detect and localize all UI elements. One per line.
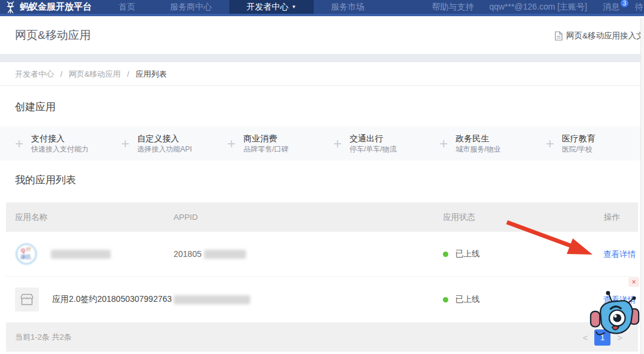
plus-icon: + (121, 137, 129, 151)
create-option-subtitle: 城市服务/物业 (455, 144, 500, 154)
plus-icon: + (333, 137, 342, 151)
nav-item-service-provider[interactable]: 服务商中心 (153, 0, 229, 14)
todo-link[interactable]: 待办 (627, 0, 644, 14)
create-option-medical[interactable]: + 医疗教育 医院/学校 (538, 133, 644, 154)
table-header: 应用名称 APPID 应用状态 操作 (6, 202, 638, 232)
create-option-title: 商业消费 (244, 133, 288, 144)
nav-item-home[interactable]: 首页 (101, 0, 153, 14)
nav-item-developer-center[interactable]: 开发者中心 ▼ (229, 0, 314, 14)
create-option-title: 交通出行 (350, 133, 397, 144)
doc-link-label: 网页&移动应用接入文档 (566, 31, 644, 41)
brand-title: 蚂蚁金服开放平台 (20, 1, 92, 13)
col-header-app-name: 应用名称 (15, 212, 174, 223)
messages-link[interactable]: 消息 3 (595, 0, 627, 14)
prev-page-button[interactable]: < (582, 332, 588, 343)
app-logo: Q 粁 康玑 (15, 243, 38, 265)
breadcrumb-separator: / (127, 69, 129, 78)
create-options-row: + 支付接入 快速接入支付能力 + 自定义接入 选择接入功能API + 商业消费… (0, 126, 644, 161)
account-menu[interactable]: qqw***@126.com [主账号] (481, 0, 595, 14)
status-badge: 已上线 (455, 249, 480, 259)
plus-icon: + (15, 137, 23, 151)
status-cell: 已上线 (443, 294, 578, 305)
nav-item-marketplace[interactable]: 服务市场 (314, 0, 382, 14)
svg-text:Q: Q (21, 247, 25, 253)
app-list-title: 我的应用列表 (0, 174, 644, 187)
redacted-appid (174, 295, 250, 304)
create-option-title: 自定义接入 (137, 133, 192, 144)
chevron-down-icon: ▼ (291, 4, 296, 10)
appid-cell (174, 295, 443, 304)
create-option-transport[interactable]: + 交通出行 停车/单车/物流 (326, 133, 432, 154)
pagination-summary: 当前1-2条 共2条 (15, 332, 72, 343)
app-default-icon-box (15, 288, 39, 311)
divider-band (0, 54, 644, 62)
appid-cell: 201805 (174, 249, 443, 259)
breadcrumb-separator: / (60, 69, 63, 78)
create-option-custom[interactable]: + 自定义接入 选择接入功能API (113, 133, 219, 154)
close-icon[interactable]: × (628, 277, 639, 287)
create-option-government[interactable]: + 政务民生 城市服务/物业 (432, 133, 537, 154)
app-name-cell: Q 粁 康玑 (15, 243, 174, 265)
table-row: 应用2.0签约2018050307992763 已上线 查看详情 (6, 277, 638, 323)
plus-icon: + (439, 137, 448, 151)
svg-text:粁: 粁 (26, 247, 31, 252)
create-option-subtitle: 品牌零售/口碑 (244, 144, 288, 154)
brand-logo[interactable]: 蚂蚁金服开放平台 (0, 0, 101, 14)
create-option-commerce[interactable]: + 商业消费 品牌零售/口碑 (220, 133, 326, 154)
robot-mascot[interactable] (589, 290, 640, 339)
app-name: 应用2.0签约2018050307992763 (52, 294, 172, 305)
col-header-appid: APPID (174, 213, 443, 222)
status-dot-online (443, 297, 448, 302)
messages-label: 消息 (603, 2, 619, 13)
breadcrumb: 开发者中心 / 网页&移动应用 / 应用列表 (0, 62, 644, 86)
status-cell: 已上线 (443, 249, 578, 259)
action-cell: 查看详情 (578, 249, 638, 260)
breadcrumb-web-mobile-app[interactable]: 网页&移动应用 (69, 69, 121, 78)
svg-text:康玑: 康玑 (20, 254, 31, 260)
col-header-status: 应用状态 (443, 212, 578, 223)
ant-logo-icon (5, 1, 16, 14)
status-dot-online (443, 252, 448, 257)
navbar-right: 帮助与支持 qqw***@126.com [主账号] 消息 3 待办 (424, 0, 644, 14)
scrollbar[interactable] (640, 18, 644, 354)
create-option-subtitle: 停车/单车/物流 (350, 144, 397, 154)
nav-item-developer-center-label: 开发者中心 (247, 2, 288, 13)
page: 蚂蚁金服开放平台 首页 服务商中心 开发者中心 ▼ 服务市场 帮助与支持 qqw… (0, 0, 644, 354)
page-header: 网页&移动应用 网页&移动应用接入文档 (0, 16, 644, 54)
top-navbar: 蚂蚁金服开放平台 首页 服务商中心 开发者中心 ▼ 服务市场 帮助与支持 qqw… (0, 0, 644, 16)
table-row: Q 粁 康玑 201805 已上线 查看详情 (6, 232, 638, 277)
app-table: 应用名称 APPID 应用状态 操作 Q 粁 康玑 201805 (6, 202, 638, 352)
create-option-subtitle: 快速接入支付能力 (31, 144, 89, 154)
create-option-payment[interactable]: + 支付接入 快速接入支付能力 (7, 133, 113, 154)
col-header-action: 操作 (578, 212, 638, 223)
redacted-app-name (51, 250, 111, 259)
appid-prefix: 201805 (174, 249, 202, 259)
redacted-appid (204, 250, 246, 259)
table-footer: 当前1-2条 共2条 < 1 > (6, 323, 638, 352)
create-option-title: 政务民生 (455, 133, 500, 144)
document-icon (555, 31, 563, 41)
app-name-cell: 应用2.0签约2018050307992763 (15, 288, 174, 311)
plus-icon: + (546, 137, 554, 151)
create-option-title: 医疗教育 (562, 133, 596, 144)
breadcrumb-developer-center[interactable]: 开发者中心 (15, 69, 54, 78)
create-section-title: 创建应用 (0, 101, 644, 114)
view-details-link[interactable]: 查看详情 (603, 250, 636, 259)
breadcrumb-app-list: 应用列表 (135, 69, 166, 78)
plus-icon: + (227, 137, 236, 151)
help-support-link[interactable]: 帮助与支持 (424, 0, 481, 14)
page-title: 网页&移动应用 (15, 28, 91, 43)
storefront-icon (20, 293, 34, 306)
create-option-subtitle: 选择接入功能API (137, 144, 192, 154)
create-option-subtitle: 医院/学校 (562, 144, 596, 154)
doc-link[interactable]: 网页&移动应用接入文档 (555, 31, 644, 41)
create-option-title: 支付接入 (31, 133, 89, 144)
status-badge: 已上线 (455, 294, 480, 305)
